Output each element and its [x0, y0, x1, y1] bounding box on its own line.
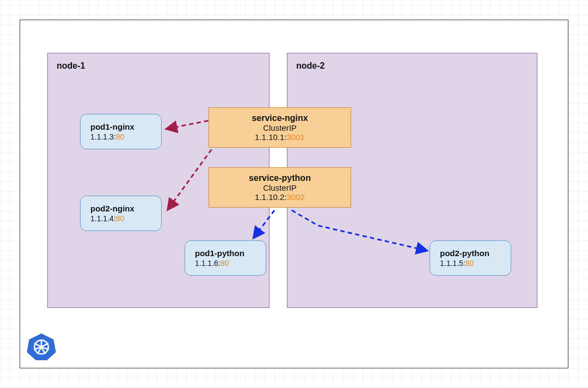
- service-python-title: service-python: [219, 173, 341, 183]
- service-python-box: service-python ClusterIP 1.1.10.2:3002: [209, 167, 351, 208]
- pod2-nginx-addr: 1.1.1.4:80: [90, 214, 151, 223]
- pod2-python-addr: 1.1.1.5:80: [440, 259, 501, 268]
- pod2-python-box: pod2-python 1.1.1.5:80: [430, 240, 511, 276]
- service-nginx-title: service-nginx: [219, 113, 341, 123]
- pod1-python-title: pod1-python: [195, 248, 256, 258]
- pod1-python-box: pod1-python 1.1.1.6:80: [185, 240, 266, 276]
- node-1-label: node-1: [57, 61, 85, 71]
- diagram-canvas: node-1 node-2 pod1-nginx 1.1.1.3:80 pod2…: [20, 20, 568, 368]
- kubernetes-icon: [27, 332, 56, 361]
- pod2-nginx-title: pod2-nginx: [90, 204, 151, 213]
- node-2-label: node-2: [296, 61, 324, 71]
- service-nginx-type: ClusterIP: [219, 123, 341, 132]
- pod1-nginx-addr: 1.1.1.3:80: [90, 132, 151, 141]
- service-nginx-addr: 1.1.10.1:3001: [219, 132, 341, 142]
- service-nginx-box: service-nginx ClusterIP 1.1.10.1:3001: [209, 107, 351, 148]
- pod1-python-addr: 1.1.1.6:80: [195, 259, 256, 268]
- pod1-nginx-title: pod1-nginx: [90, 122, 151, 131]
- service-python-type: ClusterIP: [219, 183, 341, 192]
- pod1-nginx-box: pod1-nginx 1.1.1.3:80: [80, 114, 162, 149]
- pod2-python-title: pod2-python: [440, 248, 501, 258]
- service-python-addr: 1.1.10.2:3002: [219, 192, 341, 202]
- pod2-nginx-box: pod2-nginx 1.1.1.4:80: [80, 196, 162, 231]
